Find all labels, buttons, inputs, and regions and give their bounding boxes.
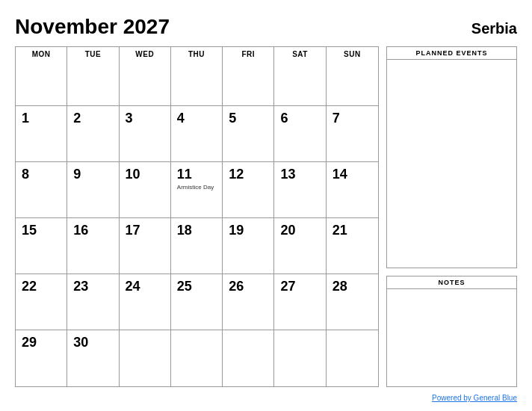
day-number: 6 — [280, 111, 288, 126]
day-cell: 10 — [120, 162, 171, 218]
day-cell: 7 — [327, 106, 378, 162]
day-number: 3 — [126, 111, 133, 126]
day-number: 30 — [73, 335, 88, 350]
day-number: 23 — [73, 279, 88, 294]
day-cell: 24 — [120, 274, 171, 330]
day-number: 21 — [332, 223, 347, 238]
footer: Powered by General Blue — [15, 390, 517, 404]
day-cell: 1 — [16, 106, 67, 162]
day-cell: 30 — [67, 330, 119, 386]
day-cell — [120, 330, 171, 386]
day-cell: 5 — [223, 106, 274, 162]
day-number: 16 — [73, 223, 88, 238]
day-header-mon: MON — [16, 47, 67, 106]
day-header-thu: THU — [171, 47, 223, 106]
day-cell — [171, 330, 223, 386]
day-cell: 25 — [171, 274, 223, 330]
day-cell: 29 — [16, 330, 67, 386]
day-number: 25 — [177, 279, 192, 294]
day-cell: 2 — [67, 106, 119, 162]
day-number: 7 — [332, 111, 340, 126]
day-cell: 27 — [274, 274, 326, 330]
day-number: 9 — [73, 167, 81, 182]
day-cell: 26 — [223, 274, 274, 330]
day-cell: 28 — [327, 274, 378, 330]
day-number: 14 — [332, 167, 347, 182]
day-cell: 22 — [16, 274, 67, 330]
calendar: MONTUEWEDTHUFRISATSUN 1234567891011Armis… — [15, 46, 379, 387]
planned-events-title: PLANNED EVENTS — [387, 47, 516, 60]
country-label: Serbia — [471, 20, 517, 37]
day-number: 10 — [126, 167, 140, 182]
page-title: November 2027 — [15, 15, 170, 39]
notes-content[interactable] — [387, 289, 516, 386]
day-header-tue: TUE — [67, 47, 119, 106]
day-number: 1 — [22, 111, 29, 126]
header: November 2027 Serbia — [15, 15, 517, 39]
day-cell: 19 — [223, 218, 274, 274]
day-cell: 17 — [120, 218, 171, 274]
day-number: 8 — [22, 167, 29, 182]
day-number: 22 — [22, 279, 37, 294]
day-cell: 14 — [327, 162, 378, 218]
day-cell: 6 — [274, 106, 326, 162]
day-cell — [274, 330, 326, 386]
day-header-sat: SAT — [274, 47, 326, 106]
powered-by-link[interactable]: Powered by General Blue — [432, 394, 517, 402]
day-cell: 23 — [67, 274, 119, 330]
day-number: 19 — [229, 223, 244, 238]
day-number: 12 — [229, 167, 244, 182]
day-number: 13 — [280, 167, 295, 182]
day-cell: 13 — [274, 162, 326, 218]
day-cell — [327, 330, 378, 386]
sidebar: PLANNED EVENTS NOTES — [386, 46, 517, 387]
day-cell: 11Armistice Day — [171, 162, 223, 218]
day-cell: 16 — [67, 218, 119, 274]
day-header-sun: SUN — [327, 47, 378, 106]
day-number: 15 — [22, 223, 37, 238]
day-number: 24 — [126, 279, 140, 294]
day-number: 17 — [126, 223, 140, 238]
planned-events-content[interactable] — [387, 60, 516, 268]
day-number: 5 — [229, 111, 236, 126]
day-number: 27 — [280, 279, 295, 294]
main-content: MONTUEWEDTHUFRISATSUN 1234567891011Armis… — [15, 46, 517, 387]
day-cell: 9 — [67, 162, 119, 218]
planned-events-box: PLANNED EVENTS — [386, 46, 517, 268]
day-number: 11 — [177, 167, 192, 182]
day-number: 26 — [229, 279, 244, 294]
holiday-label: Armistice Day — [177, 184, 214, 191]
day-number: 2 — [73, 111, 81, 126]
notes-box: NOTES — [386, 276, 517, 387]
day-cell — [223, 330, 274, 386]
notes-title: NOTES — [387, 276, 516, 289]
day-cell: 18 — [171, 218, 223, 274]
calendar-body: 1234567891011Armistice Day12131415161718… — [16, 106, 378, 386]
day-number: 4 — [177, 111, 185, 126]
day-number: 20 — [280, 223, 295, 238]
day-cell: 8 — [16, 162, 67, 218]
page: November 2027 Serbia MONTUEWEDTHUFRISATS… — [0, 0, 532, 411]
day-cell: 20 — [274, 218, 326, 274]
day-header-fri: FRI — [223, 47, 274, 106]
day-number: 28 — [332, 279, 347, 294]
day-cell: 12 — [223, 162, 274, 218]
day-cell: 15 — [16, 218, 67, 274]
day-number: 18 — [177, 223, 192, 238]
day-cell: 21 — [327, 218, 378, 274]
day-cell: 4 — [171, 106, 223, 162]
day-number: 29 — [22, 335, 37, 350]
day-header-wed: WED — [120, 47, 171, 106]
day-cell: 3 — [120, 106, 171, 162]
calendar-header-row: MONTUEWEDTHUFRISATSUN — [16, 47, 378, 106]
